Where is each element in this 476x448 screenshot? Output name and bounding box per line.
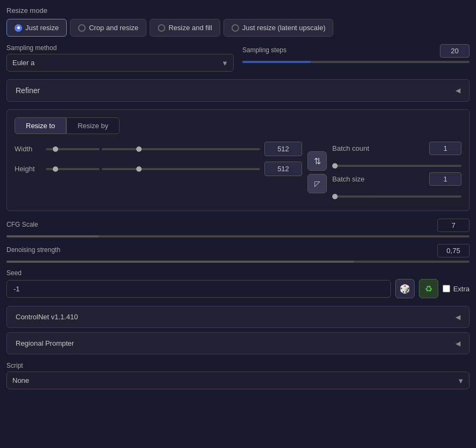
controlnet-triangle-icon: ◀ [456, 313, 460, 321]
cfg-row: CFG Scale [6, 219, 470, 232]
sampling-steps-label: Sampling steps [242, 46, 286, 54]
radio-dot-just-resize-latent [232, 24, 239, 32]
script-label: Script [6, 362, 470, 369]
recycle-button[interactable]: ♻ [419, 279, 438, 298]
batch-count-input[interactable] [429, 142, 461, 155]
seed-label: Seed [6, 269, 470, 277]
extra-checkbox[interactable] [443, 285, 450, 292]
radio-label-resize-and-fill: Resize and fill [169, 24, 212, 32]
sampling-steps-col: Sampling steps 20 [242, 44, 470, 72]
denoising-slider-fill [6, 261, 354, 263]
resize-mode-group: Just resize Crop and resize Resize and f… [6, 19, 470, 37]
denoising-section: Denoising strength [6, 244, 470, 263]
sampling-steps-track [242, 61, 470, 63]
regional-prompter-title: Regional Prompter [16, 339, 74, 347]
sampling-steps-row: Sampling steps 20 [242, 44, 470, 58]
dice-icon: 🎲 [400, 284, 410, 294]
cfg-slider-track [6, 235, 470, 237]
width-slider-left[interactable] [46, 148, 100, 150]
extra-label: Extra [453, 285, 470, 293]
radio-dot-resize-and-fill [158, 24, 165, 32]
height-slider-left[interactable] [46, 168, 100, 170]
height-row: Height [15, 162, 302, 176]
controlnet-title: ControlNet v1.1.410 [16, 313, 78, 321]
sampling-method-label: Sampling method [6, 44, 234, 52]
recycle-icon: ♻ [425, 284, 432, 294]
radio-resize-and-fill[interactable]: Resize and fill [150, 19, 220, 37]
radio-dot-just-resize [15, 24, 22, 32]
dice-button[interactable]: 🎲 [395, 279, 415, 298]
tab-resize-by[interactable]: Resize by [66, 117, 120, 134]
sampling-method-select[interactable]: Euler a [6, 54, 234, 72]
batch-count-label: Batch count [332, 144, 369, 152]
refiner-triangle-icon: ◀ [456, 87, 460, 94]
height-sliders [46, 168, 260, 170]
sampling-method-wrapper: Euler a ▼ [6, 54, 234, 72]
sampling-section: Sampling method Euler a ▼ Sampling steps… [6, 44, 470, 72]
resize-mode-section: Resize mode Just resize Crop and resize … [6, 6, 470, 37]
script-select[interactable]: None [6, 372, 470, 389]
height-slider-right[interactable] [102, 168, 260, 170]
batch-size-label: Batch size [332, 175, 365, 183]
controlnet-bar[interactable]: ControlNet v1.1.410 ◀ [6, 306, 470, 328]
refiner-title: Refiner [16, 86, 40, 95]
resize-dimensions-left: Width Height [15, 142, 302, 203]
lock-ratio-button[interactable]: ◸ [307, 174, 327, 193]
cfg-label: CFG Scale [6, 221, 38, 228]
denoising-slider-track [6, 261, 470, 263]
width-value-input[interactable] [264, 142, 302, 156]
resize-grid: Width Height ⇅ ◸ [15, 142, 461, 203]
seed-input[interactable] [6, 280, 391, 298]
seed-row: 🎲 ♻ Extra [6, 279, 470, 298]
radio-dot-crop-and-resize [78, 24, 86, 32]
radio-just-resize[interactable]: Just resize [6, 19, 67, 37]
height-value-input[interactable] [264, 162, 302, 176]
sampling-method-col: Sampling method Euler a ▼ [6, 44, 234, 72]
denoising-label: Denoising strength [6, 246, 60, 254]
radio-label-just-resize: Just resize [25, 24, 59, 32]
width-label: Width [15, 145, 41, 153]
cfg-slider-fill [6, 235, 99, 237]
script-section: Script None ▼ [6, 362, 470, 389]
batch-count-row: Batch count [332, 142, 461, 155]
resize-mode-label: Resize mode [6, 6, 470, 15]
extra-row: Extra [443, 285, 470, 293]
height-label: Height [15, 165, 41, 173]
batch-count-slider[interactable] [332, 165, 461, 167]
batch-size-input[interactable] [429, 172, 461, 186]
resize-tab-row: Resize to Resize by [15, 117, 461, 134]
radio-just-resize-latent[interactable]: Just resize (latent upscale) [223, 19, 334, 37]
resize-panel: Resize to Resize by Width Height [6, 109, 470, 211]
denoising-value-input[interactable] [437, 244, 470, 257]
tab-resize-to[interactable]: Resize to [15, 117, 66, 134]
seed-section: Seed 🎲 ♻ Extra [6, 269, 470, 298]
sampling-steps-fill [242, 61, 311, 63]
width-slider-right[interactable] [102, 148, 260, 150]
regional-prompter-bar[interactable]: Regional Prompter ◀ [6, 332, 470, 354]
cfg-section: CFG Scale [6, 219, 470, 237]
sampling-steps-value[interactable]: 20 [440, 44, 470, 58]
swap-dimensions-button[interactable]: ⇅ [307, 151, 327, 171]
batch-section: Batch count Batch size [332, 142, 461, 203]
cfg-value-input[interactable] [437, 219, 470, 232]
radio-label-just-resize-latent: Just resize (latent upscale) [242, 24, 326, 32]
dimension-buttons: ⇅ ◸ [307, 142, 327, 203]
refiner-bar[interactable]: Refiner ◀ [6, 79, 470, 102]
width-sliders [46, 148, 260, 150]
script-select-wrapper: None ▼ [6, 372, 470, 389]
batch-size-row: Batch size [332, 172, 461, 186]
radio-label-crop-and-resize: Crop and resize [89, 24, 138, 32]
denoising-row: Denoising strength [6, 244, 470, 257]
regional-prompter-triangle-icon: ◀ [456, 340, 460, 347]
width-row: Width [15, 142, 302, 156]
batch-size-slider[interactable] [332, 195, 461, 198]
radio-crop-and-resize[interactable]: Crop and resize [70, 19, 146, 37]
